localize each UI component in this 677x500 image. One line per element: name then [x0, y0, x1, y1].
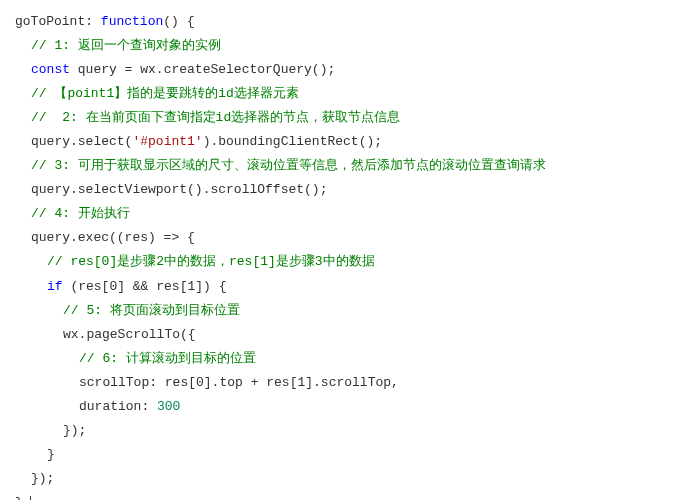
code-comment: // 6: 计算滚动到目标的位置 [15, 347, 662, 371]
code-line: query.select('#point1').boundingClientRe… [15, 130, 662, 154]
code-comment: // 【point1】指的是要跳转的id选择器元素 [15, 82, 662, 106]
code-line: goToPoint: function() { [15, 10, 662, 34]
code-line: wx.pageScrollTo({ [15, 323, 662, 347]
code-comment: // 2: 在当前页面下查询指定id选择器的节点，获取节点信息 [15, 106, 662, 130]
code-comment: // res[0]是步骤2中的数据，res[1]是步骤3中的数据 [15, 250, 662, 274]
code-line: duration: 300 [15, 395, 662, 419]
code-comment: // 1: 返回一个查询对象的实例 [15, 34, 662, 58]
code-line: } [15, 443, 662, 467]
code-line: const query = wx.createSelectorQuery(); [15, 58, 662, 82]
code-line: }); [15, 419, 662, 443]
code-comment: // 3: 可用于获取显示区域的尺寸、滚动位置等信息，然后添加节点的滚动位置查询… [15, 154, 662, 178]
code-comment: // 4: 开始执行 [15, 202, 662, 226]
text-cursor [30, 496, 31, 501]
code-line: scrollTop: res[0].top + res[1].scrollTop… [15, 371, 662, 395]
code-line: query.exec((res) => { [15, 226, 662, 250]
code-comment: // 5: 将页面滚动到目标位置 [15, 299, 662, 323]
code-block: goToPoint: function() { // 1: 返回一个查询对象的实… [15, 10, 662, 500]
code-line: if (res[0] && res[1]) { [15, 275, 662, 299]
code-line: }); [15, 467, 662, 491]
code-line: query.selectViewport().scrollOffset(); [15, 178, 662, 202]
